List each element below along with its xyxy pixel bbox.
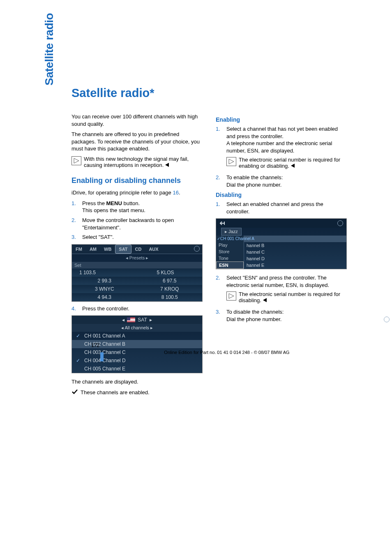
ui2-sub-label: ◂ All channels ▸ (72, 324, 202, 332)
step-body: To enable the channels: Dial the phone n… (226, 174, 283, 188)
dis-step-2: 2. Select "ESN" and press the controller… (216, 274, 347, 289)
ui3-left-play: Play (216, 242, 244, 248)
step-3: 3. Select "SAT". (71, 234, 203, 241)
channels-displayed: The channels are displayed. (71, 378, 203, 386)
step-1: 1. Press the MENU button. This opens the… (71, 200, 203, 214)
channel-row: CH 005 Channel E (72, 365, 202, 373)
brand-icon (384, 317, 390, 322)
ui3-left-store: Store (216, 248, 244, 255)
side-tab: Satellite radio (43, 13, 56, 86)
idrive-ref-a: iDrive, for operating principle refer to… (71, 190, 173, 196)
svg-rect-3 (227, 157, 236, 166)
idrive-ui-presets: FM AM WB SAT CD AUX ◂ Presets ▸ Set 1 10… (71, 244, 203, 302)
ui3-right-top: ✓ CH 001 Channel A (216, 236, 244, 242)
svg-marker-7 (229, 294, 234, 298)
step-num: 3. (71, 234, 78, 241)
step-num: 1. (216, 201, 222, 215)
dis-step-1: 1. Select an enabled channel and press t… (216, 201, 347, 215)
ui3-row: hannel C (244, 249, 346, 255)
note-icon (71, 156, 81, 165)
step-body: Select a channel that has not yet been e… (226, 125, 347, 154)
channel-label: CH 004 Channel D (84, 358, 126, 363)
preset-cell: 2 99.3 (72, 277, 137, 285)
end-mark-icon (263, 297, 267, 303)
all-channels-text: All channels (125, 325, 149, 330)
chevron-right-icon: ▸ (150, 317, 152, 323)
end-mark-icon (291, 163, 295, 169)
step-body: Select "ESN" and press the controller. T… (226, 274, 347, 289)
ui-presets-label: ◂ Presets ▸ (72, 254, 202, 262)
ui3-jazz-tab: ▸ Jazz (221, 228, 242, 236)
end-mark-icon (165, 162, 169, 168)
ui3-left-tone: Tone (216, 255, 244, 261)
en-step-2: 2. To enable the channels: Dial the phon… (216, 174, 347, 188)
step-num: 1. (216, 125, 222, 154)
title-text: Satellite radio (71, 86, 150, 99)
brand-icon (194, 246, 200, 252)
back-icon (219, 220, 227, 226)
note-1-text: With this new technology the signal may … (84, 156, 189, 168)
idrive-ref: iDrive, for operating principle refer to… (71, 189, 203, 197)
step-num: 3. (216, 308, 222, 323)
step-num: 2. (216, 174, 222, 188)
channel-label: CH 005 Channel E (84, 366, 125, 372)
footer-copy: Online Edition for Part no. 01 41 0 014 … (0, 350, 392, 355)
ui-tab-aux: AUX (145, 245, 162, 254)
ui-tab-sat: SAT (115, 245, 131, 254)
svg-marker-5 (291, 164, 295, 168)
step-4: 4. Press the controller. (71, 305, 203, 312)
page-title: Satellite radio* (71, 86, 347, 100)
ui-set-label: Set (72, 262, 202, 268)
ui-tab-am: AM (86, 245, 100, 254)
step-body: To disable the channels: Dial the phone … (226, 308, 284, 323)
channel-row: ✓CH 001 Channel A (72, 332, 202, 340)
asterisk: * (150, 86, 154, 99)
intro-1: You can receive over 100 different chann… (71, 113, 203, 127)
step-num: 4. (71, 305, 78, 312)
preset-cell: 4 94.3 (72, 293, 137, 301)
ch-a: CH 001 Channel A (220, 236, 254, 241)
page-marker (100, 352, 104, 361)
ui-tab-fm: FM (72, 245, 86, 254)
en-step-1: 1. Select a channel that has not yet bee… (216, 125, 347, 154)
check-icon: ✓ (76, 358, 81, 363)
page-number: 172 (91, 342, 108, 348)
idrive-ui-jazz: ▸ Jazz ✓ CH 001 Channel A Play Store Ton… (216, 218, 347, 269)
enabled-text: These channels are enabled. (81, 389, 150, 395)
en-note-text: The electronic serial number is required… (239, 157, 340, 169)
dis-note-text: The electronic serial number is required… (239, 291, 340, 303)
ui3-row: hannel B (244, 242, 346, 249)
channel-label: CH 001 Channel A (84, 333, 125, 339)
svg-rect-6 (227, 292, 236, 301)
flag-icon (127, 317, 135, 322)
preset-cell: 7 KROQ (137, 285, 203, 293)
check-icon: ✓ (76, 333, 81, 339)
svg-marker-2 (165, 163, 169, 167)
heading-enabling-disabling: Enabling or disabling channels (71, 176, 203, 185)
ui2-sat-label: SAT (138, 317, 147, 323)
preset-cell: 1 103.5 (72, 268, 137, 277)
preset-cell: 6 97.5 (137, 277, 203, 285)
heading-enabling: Enabling (216, 116, 347, 123)
ui-tab-cd: CD (131, 245, 145, 254)
preset-cell: 5 KLOS (137, 268, 203, 277)
step-num: 2. (71, 217, 78, 231)
page-ref-link[interactable]: 16 (173, 190, 178, 196)
ui3-left-esn: ESN (216, 261, 244, 269)
menu-button-label: MENU (106, 200, 122, 206)
ui3-row (244, 236, 346, 242)
ui3-row: hannel D (244, 255, 346, 262)
step-body: Select "SAT". (82, 234, 114, 241)
note-icon (226, 291, 236, 301)
intro-2: The channels are offered to you in prede… (71, 131, 203, 153)
ui-tab-wb: WB (100, 245, 115, 254)
step-num: 2. (216, 274, 222, 289)
ui3-row: hannel E (244, 262, 346, 268)
preset-cell: 8 100.5 (137, 293, 203, 301)
check-icon (71, 389, 78, 397)
step-body: Select an enabled channel and press the … (226, 201, 347, 215)
svg-marker-1 (74, 158, 79, 163)
idrive-ref-b: . (179, 190, 180, 196)
note-icon (226, 157, 236, 166)
step-body: Move the controller backwards to open "E… (82, 217, 203, 231)
